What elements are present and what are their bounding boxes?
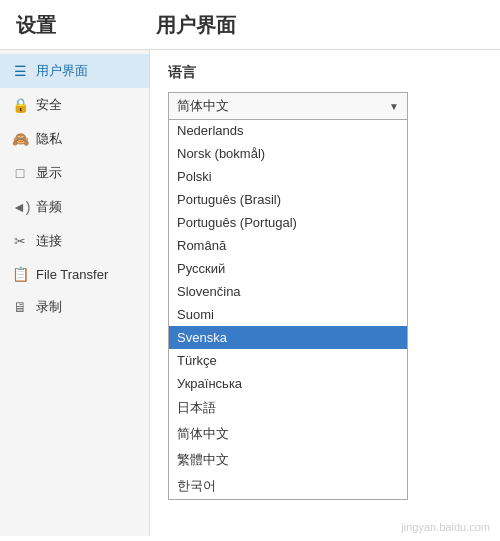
dropdown-selected[interactable]: 简体中文 ▼ <box>168 92 408 120</box>
dropdown-option-uk[interactable]: Українська <box>169 372 407 395</box>
ui-icon: ☰ <box>12 63 28 79</box>
dropdown-option-nl[interactable]: Nederlands <box>169 120 407 142</box>
sidebar-item-security[interactable]: 🔒安全 <box>0 88 149 122</box>
dropdown-option-fi[interactable]: Suomi <box>169 303 407 326</box>
sidebar-item-audio[interactable]: ◄)音频 <box>0 190 149 224</box>
header-title-left: 设置 <box>16 12 156 39</box>
privacy-icon: 🙈 <box>12 131 28 147</box>
sidebar-item-record[interactable]: 🖥录制 <box>0 290 149 324</box>
sidebar-item-label-privacy: 隐私 <box>36 130 62 148</box>
sidebar-item-label-ui: 用户界面 <box>36 62 88 80</box>
language-dropdown[interactable]: 简体中文 ▼ 自动选择EnglishБългарскиČeštinaDanskD… <box>168 92 408 120</box>
dropdown-option-pt-br[interactable]: Português (Brasil) <box>169 188 407 211</box>
sidebar-item-privacy[interactable]: 🙈隐私 <box>0 122 149 156</box>
language-section-title: 语言 <box>168 64 482 82</box>
sidebar-item-label-audio: 音频 <box>36 198 62 216</box>
sidebar-item-ui[interactable]: ☰用户界面 <box>0 54 149 88</box>
dropdown-option-ru[interactable]: Русский <box>169 257 407 280</box>
sidebar-item-label-connect: 连接 <box>36 232 62 250</box>
sidebar-item-label-filetransfer: File Transfer <box>36 267 108 282</box>
dropdown-option-ro[interactable]: Română <box>169 234 407 257</box>
sidebar-item-display[interactable]: □显示 <box>0 156 149 190</box>
dropdown-option-ko[interactable]: 한국어 <box>169 473 407 499</box>
header-title-right: 用户界面 <box>156 12 236 39</box>
content-area: 语言 简体中文 ▼ 自动选择EnglishБългарскиČeštinaDan… <box>150 50 500 536</box>
record-icon: 🖥 <box>12 299 28 315</box>
dropdown-option-tr[interactable]: Türkçe <box>169 349 407 372</box>
dropdown-option-sv[interactable]: Svenska <box>169 326 407 349</box>
dropdown-option-no[interactable]: Norsk (bokmål) <box>169 142 407 165</box>
sidebar-item-label-security: 安全 <box>36 96 62 114</box>
sidebar-item-filetransfer[interactable]: 📋File Transfer <box>0 258 149 290</box>
dropdown-option-zh-cn[interactable]: 简体中文 <box>169 421 407 447</box>
sidebar-item-label-display: 显示 <box>36 164 62 182</box>
sidebar-item-connect[interactable]: ✂连接 <box>0 224 149 258</box>
dropdown-option-zh-tw[interactable]: 繁體中文 <box>169 447 407 473</box>
dropdown-option-pt-pt[interactable]: Português (Portugal) <box>169 211 407 234</box>
sidebar: ☰用户界面🔒安全🙈隐私□显示◄)音频✂连接📋File Transfer🖥录制 <box>0 50 150 536</box>
dropdown-option-ja[interactable]: 日本語 <box>169 395 407 421</box>
sidebar-item-label-record: 录制 <box>36 298 62 316</box>
dropdown-option-sk[interactable]: Slovenčina <box>169 280 407 303</box>
dropdown-selected-label: 简体中文 <box>177 97 229 115</box>
header: 设置 用户界面 <box>0 0 500 50</box>
dropdown-list[interactable]: 自动选择EnglishБългарскиČeštinaDanskDeutschΕ… <box>168 120 408 500</box>
connect-icon: ✂ <box>12 233 28 249</box>
security-icon: 🔒 <box>12 97 28 113</box>
chevron-down-icon: ▼ <box>389 101 399 112</box>
display-icon: □ <box>12 165 28 181</box>
dropdown-option-pl[interactable]: Polski <box>169 165 407 188</box>
filetransfer-icon: 📋 <box>12 266 28 282</box>
audio-icon: ◄) <box>12 199 28 215</box>
watermark: jingyan.baidu.com <box>401 521 490 533</box>
